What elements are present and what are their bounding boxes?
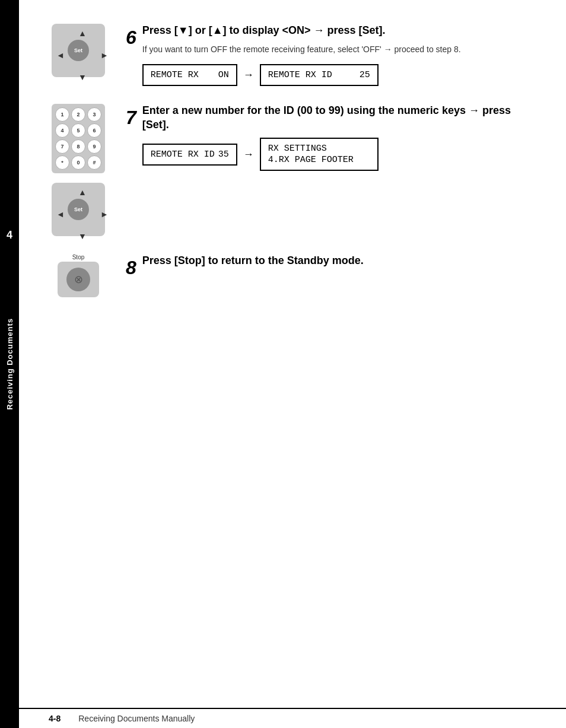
- step-7-lcd-right: RX SETTINGS 4.RX PAGE FOOTER: [260, 138, 379, 171]
- sidebar: Receiving Documents: [0, 0, 19, 728]
- remote-rx-value: ON: [218, 70, 229, 80]
- step-6-icon: ▲ ▼ ◄ ► Set: [43, 24, 114, 77]
- step-6-lcd-right: REMOTE RX ID 25: [260, 64, 379, 86]
- step-8-icon: Stop ⊗: [43, 254, 114, 297]
- main-content: ▲ ▼ ◄ ► Set 6 Press [▼] or [▲] to displa…: [19, 0, 566, 708]
- key-2: 2: [71, 107, 85, 122]
- stop-icon: ⊗: [74, 273, 83, 286]
- step-6-row: ▲ ▼ ◄ ► Set 6 Press [▼] or [▲] to displa…: [43, 24, 536, 86]
- chapter-tab: 4: [0, 225, 19, 245]
- step-8-row: Stop ⊗ 8 Press [Stop] to return to the S…: [43, 254, 536, 297]
- step-7-icon: 1 2 3 4 5 6 7 8 9 * 0 # ▲ ▼ ◄: [43, 104, 114, 236]
- footer-page: 4-8: [49, 714, 61, 723]
- rx-settings-line2: 4.RX PAGE FOOTER: [268, 155, 354, 165]
- step-8-number: 8: [126, 258, 136, 277]
- key-6: 6: [87, 123, 101, 138]
- key-5: 5: [71, 123, 85, 138]
- key-9: 9: [87, 139, 101, 154]
- step-6-number: 6: [126, 28, 136, 47]
- step-7-row: 1 2 3 4 5 6 7 8 9 * 0 # ▲ ▼ ◄: [43, 104, 536, 236]
- set-button: Set: [68, 40, 89, 61]
- step-7-lcd-left: REMOTE RX ID 35: [142, 144, 237, 166]
- footer-title: Receiving Documents Manually: [78, 714, 195, 723]
- remote-rx-id-value-1: 25: [360, 70, 370, 80]
- stop-label-text: Stop: [72, 254, 85, 260]
- remote-rx-id-label-1: REMOTE RX ID: [268, 70, 332, 80]
- stop-button: ⊗: [58, 262, 99, 297]
- step-6-content: Press [▼] or [▲] to display <ON> → press…: [142, 24, 536, 86]
- stop-btn-container: Stop ⊗: [58, 254, 99, 297]
- key-hash: #: [87, 155, 101, 170]
- rx-settings-line1: RX SETTINGS: [268, 144, 327, 154]
- step-7-content: Enter a new number for the ID (00 to 99)…: [142, 104, 536, 171]
- nav-pad-2: ▲ ▼ ◄ ► Set: [52, 183, 105, 236]
- remote-rx-id-value-2: 35: [218, 150, 229, 160]
- step-6-lcd-left: REMOTE RX ON: [142, 64, 237, 86]
- step-7-heading: Enter a new number for the ID (00 to 99)…: [142, 104, 536, 132]
- step-8-heading: Press [Stop] to return to the Standby mo…: [142, 254, 536, 268]
- step-8-content: Press [Stop] to return to the Standby mo…: [142, 254, 536, 274]
- key-4: 4: [55, 123, 69, 138]
- key-3: 3: [87, 107, 101, 122]
- num-pad: 1 2 3 4 5 6 7 8 9 * 0 #: [52, 104, 105, 173]
- key-7: 7: [55, 139, 69, 154]
- step-6-desc: If you want to turn OFF the remote recei…: [142, 43, 536, 56]
- key-star: *: [55, 155, 69, 170]
- page: Receiving Documents 4 ▲ ▼ ◄ ► Set: [0, 0, 566, 728]
- page-footer: 4-8 Receiving Documents Manually: [19, 708, 566, 728]
- set-button-2: Set: [68, 199, 89, 220]
- key-8: 8: [71, 139, 85, 154]
- step-6-heading: Press [▼] or [▲] to display <ON> → press…: [142, 24, 536, 37]
- step-6-lcd-row: REMOTE RX ON → REMOTE RX ID 25: [142, 64, 536, 86]
- key-1: 1: [55, 107, 69, 122]
- sidebar-label: Receiving Documents: [5, 318, 14, 410]
- step-7-lcd-row: REMOTE RX ID 35 → RX SETTINGS 4.RX PAGE …: [142, 138, 536, 171]
- remote-rx-id-label-2: REMOTE RX ID: [151, 150, 215, 160]
- stop-inner-circle: ⊗: [66, 268, 90, 291]
- remote-rx-label: REMOTE RX: [151, 70, 199, 80]
- nav-pad: ▲ ▼ ◄ ► Set: [52, 24, 105, 77]
- arrow-symbol-2: →: [243, 148, 254, 161]
- key-0: 0: [71, 155, 85, 170]
- arrow-symbol-1: →: [243, 69, 254, 81]
- step-7-number: 7: [126, 108, 136, 127]
